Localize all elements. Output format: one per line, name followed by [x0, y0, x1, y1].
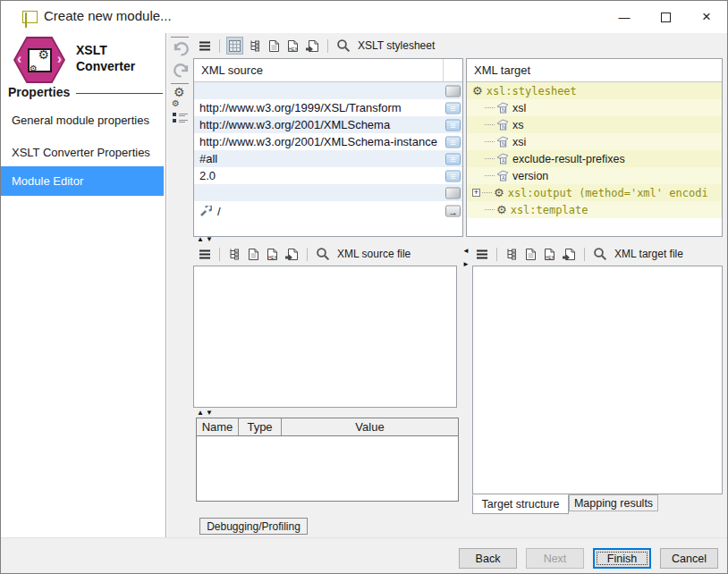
- target-tree-node[interactable]: A exclude-result-prefixes: [467, 150, 722, 167]
- xml-source-panel: XML source http://www.w3.org/1999/XSL/Tr…: [193, 58, 463, 237]
- connector-button[interactable]: ≡: [445, 102, 461, 114]
- target-tree-node[interactable]: + ⚙ xsl:output (method='xml' encodi: [467, 184, 722, 201]
- window-controls: — ×: [604, 1, 727, 33]
- settings-gears-button[interactable]: ⚙ ⚙: [170, 87, 191, 106]
- maximize-button[interactable]: [645, 1, 686, 33]
- target-tree-node[interactable]: ⚙ xsl:stylesheet: [467, 82, 722, 99]
- target-tree-node[interactable]: N xs: [467, 116, 722, 133]
- minimize-button[interactable]: —: [604, 1, 645, 33]
- text-view-button[interactable]: [246, 245, 261, 263]
- namespace-attribute-icon: N: [496, 102, 510, 114]
- grid-view-button[interactable]: [226, 37, 243, 55]
- import-file-button[interactable]: [561, 245, 578, 263]
- connector-button[interactable]: ≡: [445, 170, 461, 181]
- tab-mapping-results[interactable]: Mapping results: [569, 494, 658, 511]
- menu-button[interactable]: [197, 37, 213, 55]
- gears-icon: ⚙ ⚙: [172, 89, 190, 105]
- text-view-button[interactable]: [267, 37, 282, 55]
- tree-view-button[interactable]: [504, 245, 520, 263]
- tree-icon: [249, 39, 261, 52]
- column-header-type: Type: [239, 418, 282, 435]
- next-button[interactable]: Next: [526, 548, 584, 569]
- document-icon: [268, 39, 280, 53]
- column-header-name: Name: [197, 418, 239, 435]
- connector-button[interactable]: ≡: [445, 153, 461, 165]
- stylesheet-search-label: XSLT stylesheet: [358, 39, 435, 52]
- xml-target-file-view[interactable]: [472, 266, 723, 494]
- svg-text:A: A: [502, 158, 505, 164]
- search-source-file-button[interactable]: [314, 245, 332, 263]
- hex-document-icon: HEX: [544, 248, 555, 261]
- properties-section-title: Properties: [8, 85, 70, 99]
- watch-table-header: Name Type Value: [197, 418, 458, 436]
- svg-text:N: N: [502, 107, 505, 113]
- tree-view-button[interactable]: [226, 245, 242, 263]
- menu-button[interactable]: [474, 245, 490, 263]
- splitter-up-icon[interactable]: ▲: [197, 409, 204, 417]
- finish-button[interactable]: Finish: [593, 548, 651, 569]
- source-row[interactable]: [194, 82, 462, 99]
- namespace-attribute-icon: N: [496, 119, 510, 131]
- hex-view-button[interactable]: HEX: [265, 245, 280, 263]
- menu-button[interactable]: [197, 245, 213, 263]
- hex-view-button[interactable]: HEX: [285, 37, 301, 55]
- text-view-button[interactable]: [523, 245, 538, 263]
- toolbar-separator: [327, 39, 328, 53]
- target-tree-node[interactable]: ⚙ xsl:template: [467, 201, 722, 218]
- sidebar-item-module-editor[interactable]: Module Editor: [1, 166, 164, 196]
- splitter-down-icon[interactable]: ▼: [206, 409, 213, 417]
- source-row[interactable]: http://www.w3.org/1999/XSL/Transform ≡: [194, 99, 462, 116]
- document-arrow-icon: [285, 248, 299, 261]
- search-icon: [593, 247, 607, 261]
- source-row[interactable]: http://www.w3.org/2001/XMLSchema ≡: [194, 116, 462, 133]
- undo-button[interactable]: [170, 39, 191, 59]
- connector-button[interactable]: ≡: [445, 119, 461, 131]
- toolbar-separator: [584, 248, 585, 261]
- search-stylesheet-button[interactable]: [334, 37, 352, 55]
- tree-icon: [505, 248, 518, 260]
- source-file-toolbar: HEX XML source file: [197, 243, 456, 265]
- source-row[interactable]: [194, 184, 462, 201]
- splitter-up-icon[interactable]: ▲: [197, 236, 204, 243]
- hex-view-button[interactable]: HEX: [542, 245, 557, 263]
- create-new-module-dialog: Create new module... — × ‹ › ⚙ ⚙ XSLT Co…: [0, 0, 728, 574]
- connector-slot[interactable]: [445, 187, 461, 198]
- toolbar-divider: [171, 37, 189, 38]
- menu-icon: [199, 41, 211, 51]
- sidebar-item-xslt-converter-properties[interactable]: XSLT Converter Properties: [1, 139, 164, 165]
- splitter-left-icon[interactable]: ◄: [462, 248, 470, 255]
- minimize-icon: —: [619, 11, 631, 24]
- tab-target-structure[interactable]: Target structure: [472, 494, 569, 514]
- xml-source-file-view[interactable]: [193, 266, 457, 408]
- connector-button[interactable]: ≡: [445, 136, 461, 148]
- cancel-button[interactable]: Cancel: [660, 548, 718, 569]
- search-target-file-button[interactable]: [591, 245, 609, 263]
- connector-slot[interactable]: [445, 85, 461, 97]
- debugging-profiling-tab[interactable]: Debugging/Profiling: [199, 518, 308, 535]
- mapping-list-icon: [172, 111, 190, 124]
- document-arrow-icon: [563, 248, 576, 261]
- tree-view-button[interactable]: [247, 37, 263, 55]
- target-tree-node[interactable]: A version: [467, 167, 722, 184]
- sidebar-item-general-module-properties[interactable]: General module properties: [1, 106, 164, 133]
- splitter-right-icon[interactable]: ►: [462, 261, 470, 268]
- output-arrow-button[interactable]: →: [445, 206, 461, 217]
- expand-plus-icon[interactable]: +: [472, 189, 480, 197]
- import-file-button[interactable]: [304, 37, 321, 55]
- mapping-list-button[interactable]: [170, 107, 191, 127]
- back-button[interactable]: Back: [459, 548, 517, 569]
- brand-title: XSLT Converter: [76, 42, 135, 74]
- source-row-root[interactable]: / →: [194, 201, 462, 221]
- import-file-button[interactable]: [284, 245, 301, 263]
- source-row[interactable]: #all ≡: [194, 150, 462, 167]
- source-row[interactable]: http://www.w3.org/2001/XMLSchema-instanc…: [194, 133, 462, 150]
- toolbar-separator: [307, 248, 308, 261]
- close-button[interactable]: ×: [686, 1, 727, 33]
- undo-icon: [172, 41, 190, 57]
- search-icon: [336, 38, 351, 53]
- source-row[interactable]: 2.0 ≡: [194, 167, 462, 184]
- target-tree-node[interactable]: N xsl: [467, 99, 722, 116]
- redo-button[interactable]: [170, 61, 191, 80]
- splitter-down-icon[interactable]: ▼: [206, 236, 213, 243]
- target-tree-node[interactable]: N xsi: [467, 133, 722, 150]
